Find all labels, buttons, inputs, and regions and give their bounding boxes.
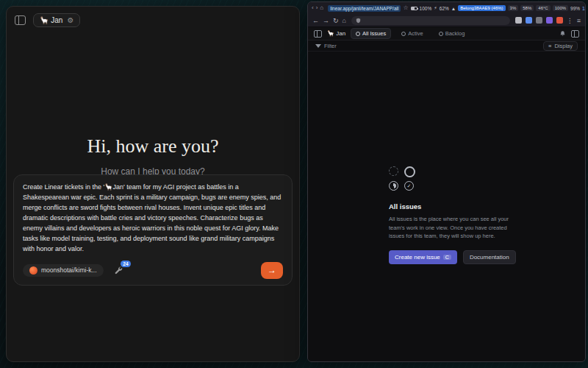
- memory-usage: 58%: [520, 5, 534, 11]
- nav-forward-icon[interactable]: →: [323, 17, 329, 24]
- tab-active-icon: [401, 32, 406, 36]
- jan-header: 🦙 Jan ⚙: [7, 7, 299, 34]
- browser-toolbar: ← → ↻ ⌂ ⋮ ≡: [308, 14, 585, 27]
- welcome-block: Hi, how are you? How can I help you toda…: [7, 135, 299, 177]
- filter-button[interactable]: Filter: [315, 43, 337, 49]
- empty-state-title: All issues: [389, 202, 521, 210]
- tab-active[interactable]: Active: [396, 28, 428, 39]
- browser-window: ‹ › ⌂ linear.app/janii/team/JANAPP/all ☆…: [307, 1, 586, 362]
- address-bar[interactable]: [351, 16, 510, 25]
- model-selector[interactable]: moonshotai/kimi-k...: [23, 264, 104, 277]
- reload-icon[interactable]: ↻: [333, 17, 339, 24]
- extension-icon-5[interactable]: [556, 17, 563, 24]
- jan-app-window: 🦙 Jan ⚙ Hi, how are you? How can I help …: [6, 6, 300, 362]
- disk-usage: 100%: [553, 5, 568, 11]
- sliders-icon: ≡: [548, 43, 551, 49]
- desktop-background: 🦙 Jan ⚙ Hi, how are you? How can I help …: [0, 0, 588, 368]
- url-text[interactable]: linear.app/janii/team/JANAPP/all: [328, 5, 401, 12]
- linear-team-label[interactable]: 🦙 Jan: [327, 30, 345, 37]
- empty-state-description: All issues is the place where you can se…: [389, 215, 521, 241]
- nav-back-icon[interactable]: ←: [312, 17, 319, 24]
- wifi-icon: ▲: [451, 6, 456, 11]
- bookmark-star-icon[interactable]: ☆: [403, 5, 408, 11]
- issue-status-icons: ✓: [389, 166, 521, 191]
- bolt-icon: ⚡: [434, 5, 437, 11]
- sidebar-toggle-icon[interactable]: [15, 15, 26, 25]
- prompt-input[interactable]: Create Linear tickets in the '🦙Jan' team…: [23, 183, 283, 255]
- wifi-network-label[interactable]: Belong38AAE9 (46%): [458, 5, 505, 11]
- linear-header: 🦙 Jan All Issues Active Backlog: [308, 27, 585, 40]
- bell-icon[interactable]: [559, 30, 566, 37]
- back-icon[interactable]: ‹: [312, 5, 314, 11]
- gear-icon[interactable]: ⚙: [67, 17, 74, 24]
- all-issues-empty-state: ✓ All issues All issues is the place whe…: [389, 166, 521, 264]
- clock: 18:35: [582, 6, 586, 11]
- in-progress-status-icon: [389, 181, 398, 191]
- display-button[interactable]: ≡ Display: [543, 41, 578, 51]
- filter-icon: [315, 44, 321, 48]
- linear-sidebar-toggle-icon[interactable]: [314, 30, 322, 38]
- documentation-button[interactable]: Documentation: [463, 250, 516, 264]
- wrench-icon: [114, 266, 123, 275]
- tools-button[interactable]: 24: [114, 266, 123, 275]
- team-chip-label: 🦙 Jan: [40, 16, 62, 24]
- overflow-menu-icon[interactable]: ⋮: [567, 17, 573, 24]
- shortcut-key: C: [443, 255, 451, 260]
- extension-icon-3[interactable]: [536, 17, 542, 24]
- extension-icon-2[interactable]: [526, 17, 532, 24]
- battery1-value: 100%: [420, 6, 432, 11]
- system-tray: 100% ⚡ 62% ▲ Belong38AAE9 (46%) 3% 58% 4…: [411, 5, 586, 12]
- battery-icon: [411, 7, 417, 10]
- backlog-status-icon: [389, 166, 398, 176]
- tab-backlog-icon: [439, 32, 443, 36]
- linear-app: 🦙 Jan All Issues Active Backlog: [308, 27, 585, 361]
- prompt-composer[interactable]: Create Linear tickets in the '🦙Jan' team…: [13, 174, 293, 286]
- power-value: 99%: [570, 6, 580, 11]
- tools-count-badge: 24: [121, 261, 130, 267]
- todo-status-icon: [404, 166, 415, 177]
- model-provider-icon: [29, 266, 37, 275]
- right-panel-toggle-icon[interactable]: [571, 30, 579, 38]
- toolbar-home-icon[interactable]: ⌂: [343, 17, 346, 24]
- system-status-bar: ‹ › ⌂ linear.app/janii/team/JANAPP/all ☆…: [308, 2, 585, 14]
- jan-team-chip[interactable]: 🦙 Jan ⚙: [33, 13, 80, 27]
- menu-icon[interactable]: ≡: [577, 17, 581, 24]
- greeting-heading: Hi, how are you?: [7, 135, 299, 158]
- linear-header-actions: [559, 30, 579, 38]
- model-label: moonshotai/kimi-k...: [41, 266, 97, 274]
- tab-backlog[interactable]: Backlog: [434, 28, 470, 39]
- composer-toolbar: moonshotai/kimi-k... 24 →: [23, 262, 283, 279]
- create-new-issue-button[interactable]: Create new issue C: [389, 250, 457, 264]
- shield-icon: [356, 18, 361, 24]
- empty-state-actions: Create new issue C Documentation: [389, 250, 521, 264]
- tab-all-issues-icon: [356, 32, 360, 36]
- linear-filter-bar: Filter ≡ Display: [308, 40, 585, 52]
- home-icon[interactable]: ⌂: [320, 5, 323, 11]
- cpu-usage: 3%: [508, 5, 519, 11]
- extension-icon-4[interactable]: [546, 17, 553, 24]
- temperature: 46°C: [536, 5, 550, 11]
- battery2-value: 62%: [440, 6, 449, 11]
- extension-icon-1[interactable]: [515, 17, 522, 24]
- tab-all-issues[interactable]: All Issues: [351, 28, 391, 39]
- done-status-icon: ✓: [404, 181, 414, 191]
- forward-icon[interactable]: ›: [316, 5, 318, 11]
- send-button[interactable]: →: [261, 262, 283, 279]
- linear-main: ✓ All issues All issues is the place whe…: [308, 52, 585, 361]
